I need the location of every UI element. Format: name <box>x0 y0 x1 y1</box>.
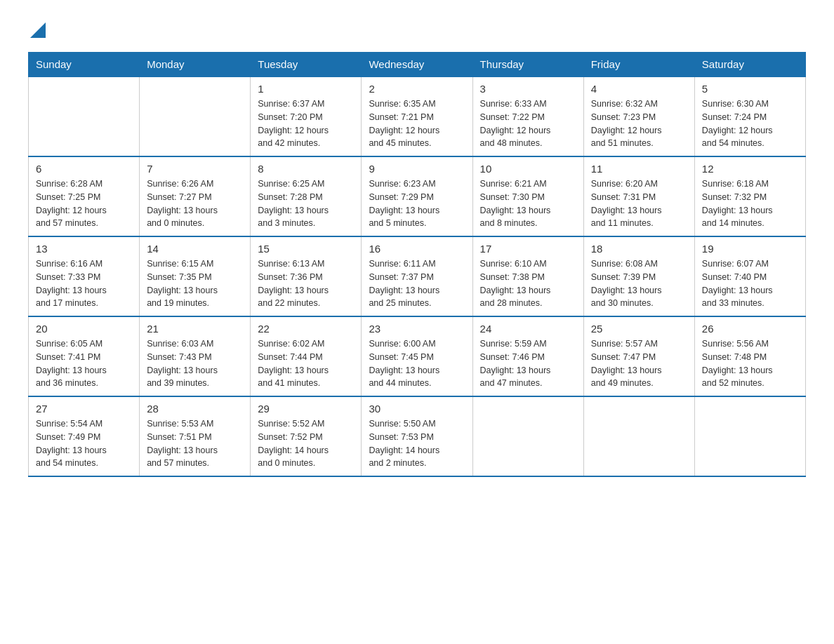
day-number: 2 <box>369 83 465 95</box>
calendar-cell: 9Sunrise: 6:23 AM Sunset: 7:29 PM Daylig… <box>362 156 472 236</box>
day-info: Sunrise: 5:53 AM Sunset: 7:51 PM Dayligh… <box>147 417 243 470</box>
day-number: 29 <box>258 403 354 415</box>
page-header <box>28 21 806 38</box>
day-number: 23 <box>369 323 465 335</box>
calendar-cell: 12Sunrise: 6:18 AM Sunset: 7:32 PM Dayli… <box>694 156 805 236</box>
day-number: 25 <box>591 323 687 335</box>
day-number: 20 <box>36 323 132 335</box>
calendar-cell: 25Sunrise: 5:57 AM Sunset: 7:47 PM Dayli… <box>583 316 694 396</box>
calendar-cell: 19Sunrise: 6:07 AM Sunset: 7:40 PM Dayli… <box>694 236 805 316</box>
calendar-cell: 10Sunrise: 6:21 AM Sunset: 7:30 PM Dayli… <box>472 156 583 236</box>
day-info: Sunrise: 5:52 AM Sunset: 7:52 PM Dayligh… <box>258 417 354 470</box>
svg-marker-0 <box>30 22 46 38</box>
calendar-cell: 13Sunrise: 6:16 AM Sunset: 7:33 PM Dayli… <box>29 236 140 316</box>
day-info: Sunrise: 6:16 AM Sunset: 7:33 PM Dayligh… <box>36 257 132 310</box>
calendar-cell: 23Sunrise: 6:00 AM Sunset: 7:45 PM Dayli… <box>362 316 472 396</box>
day-number: 7 <box>147 163 243 175</box>
day-number: 12 <box>702 163 798 175</box>
day-info: Sunrise: 6:02 AM Sunset: 7:44 PM Dayligh… <box>258 337 354 390</box>
weekday-header-tuesday: Tuesday <box>251 53 362 77</box>
day-info: Sunrise: 6:20 AM Sunset: 7:31 PM Dayligh… <box>591 177 687 230</box>
calendar-cell: 24Sunrise: 5:59 AM Sunset: 7:46 PM Dayli… <box>472 316 583 396</box>
calendar-cell: 28Sunrise: 5:53 AM Sunset: 7:51 PM Dayli… <box>140 396 251 476</box>
day-number: 16 <box>369 243 465 255</box>
day-info: Sunrise: 6:26 AM Sunset: 7:27 PM Dayligh… <box>147 177 243 230</box>
calendar-cell: 17Sunrise: 6:10 AM Sunset: 7:38 PM Dayli… <box>472 236 583 316</box>
day-info: Sunrise: 6:05 AM Sunset: 7:41 PM Dayligh… <box>36 337 132 390</box>
calendar-cell: 14Sunrise: 6:15 AM Sunset: 7:35 PM Dayli… <box>140 236 251 316</box>
weekday-header-wednesday: Wednesday <box>362 53 472 77</box>
calendar-week-row: 27Sunrise: 5:54 AM Sunset: 7:49 PM Dayli… <box>29 396 806 476</box>
day-info: Sunrise: 5:56 AM Sunset: 7:48 PM Dayligh… <box>702 337 798 390</box>
calendar-header-row: SundayMondayTuesdayWednesdayThursdayFrid… <box>29 53 806 77</box>
weekday-header-thursday: Thursday <box>472 53 583 77</box>
calendar-cell <box>29 76 140 156</box>
calendar-cell: 27Sunrise: 5:54 AM Sunset: 7:49 PM Dayli… <box>29 396 140 476</box>
day-info: Sunrise: 6:35 AM Sunset: 7:21 PM Dayligh… <box>369 98 465 150</box>
day-number: 24 <box>480 323 576 335</box>
calendar-cell: 15Sunrise: 6:13 AM Sunset: 7:36 PM Dayli… <box>251 236 362 316</box>
day-number: 30 <box>369 403 465 415</box>
calendar-cell: 7Sunrise: 6:26 AM Sunset: 7:27 PM Daylig… <box>140 156 251 236</box>
day-info: Sunrise: 6:07 AM Sunset: 7:40 PM Dayligh… <box>702 257 798 310</box>
day-info: Sunrise: 6:08 AM Sunset: 7:39 PM Dayligh… <box>591 257 687 310</box>
day-info: Sunrise: 5:57 AM Sunset: 7:47 PM Dayligh… <box>591 337 687 390</box>
calendar-cell: 26Sunrise: 5:56 AM Sunset: 7:48 PM Dayli… <box>694 316 805 396</box>
weekday-header-saturday: Saturday <box>694 53 805 77</box>
calendar-table: SundayMondayTuesdayWednesdayThursdayFrid… <box>28 52 806 477</box>
calendar-cell: 21Sunrise: 6:03 AM Sunset: 7:43 PM Dayli… <box>140 316 251 396</box>
day-number: 10 <box>480 163 576 175</box>
day-info: Sunrise: 5:54 AM Sunset: 7:49 PM Dayligh… <box>36 417 132 470</box>
day-info: Sunrise: 6:23 AM Sunset: 7:29 PM Dayligh… <box>369 177 465 230</box>
calendar-cell: 4Sunrise: 6:32 AM Sunset: 7:23 PM Daylig… <box>583 76 694 156</box>
day-info: Sunrise: 6:15 AM Sunset: 7:35 PM Dayligh… <box>147 257 243 310</box>
day-number: 13 <box>36 243 132 255</box>
logo <box>28 21 46 38</box>
day-info: Sunrise: 6:37 AM Sunset: 7:20 PM Dayligh… <box>258 98 354 150</box>
day-number: 5 <box>702 83 798 95</box>
day-info: Sunrise: 5:59 AM Sunset: 7:46 PM Dayligh… <box>480 337 576 390</box>
day-info: Sunrise: 6:03 AM Sunset: 7:43 PM Dayligh… <box>147 337 243 390</box>
calendar-week-row: 6Sunrise: 6:28 AM Sunset: 7:25 PM Daylig… <box>29 156 806 236</box>
calendar-cell <box>694 396 805 476</box>
calendar-cell: 30Sunrise: 5:50 AM Sunset: 7:53 PM Dayli… <box>362 396 472 476</box>
day-info: Sunrise: 6:10 AM Sunset: 7:38 PM Dayligh… <box>480 257 576 310</box>
weekday-header-sunday: Sunday <box>29 53 140 77</box>
day-info: Sunrise: 6:32 AM Sunset: 7:23 PM Dayligh… <box>591 98 687 150</box>
calendar-week-row: 20Sunrise: 6:05 AM Sunset: 7:41 PM Dayli… <box>29 316 806 396</box>
weekday-header-friday: Friday <box>583 53 694 77</box>
calendar-cell: 1Sunrise: 6:37 AM Sunset: 7:20 PM Daylig… <box>251 76 362 156</box>
day-number: 1 <box>258 83 354 95</box>
calendar-cell <box>583 396 694 476</box>
day-info: Sunrise: 6:00 AM Sunset: 7:45 PM Dayligh… <box>369 337 465 390</box>
calendar-cell: 8Sunrise: 6:25 AM Sunset: 7:28 PM Daylig… <box>251 156 362 236</box>
day-number: 15 <box>258 243 354 255</box>
logo-arrow-icon <box>30 22 46 38</box>
day-number: 19 <box>702 243 798 255</box>
calendar-cell: 16Sunrise: 6:11 AM Sunset: 7:37 PM Dayli… <box>362 236 472 316</box>
calendar-cell: 6Sunrise: 6:28 AM Sunset: 7:25 PM Daylig… <box>29 156 140 236</box>
calendar-cell: 3Sunrise: 6:33 AM Sunset: 7:22 PM Daylig… <box>472 76 583 156</box>
day-info: Sunrise: 6:21 AM Sunset: 7:30 PM Dayligh… <box>480 177 576 230</box>
day-number: 17 <box>480 243 576 255</box>
day-number: 22 <box>258 323 354 335</box>
calendar-cell: 5Sunrise: 6:30 AM Sunset: 7:24 PM Daylig… <box>694 76 805 156</box>
day-info: Sunrise: 6:13 AM Sunset: 7:36 PM Dayligh… <box>258 257 354 310</box>
day-number: 3 <box>480 83 576 95</box>
calendar-week-row: 1Sunrise: 6:37 AM Sunset: 7:20 PM Daylig… <box>29 76 806 156</box>
day-info: Sunrise: 6:30 AM Sunset: 7:24 PM Dayligh… <box>702 98 798 150</box>
day-number: 18 <box>591 243 687 255</box>
weekday-header-monday: Monday <box>140 53 251 77</box>
day-number: 14 <box>147 243 243 255</box>
day-number: 6 <box>36 163 132 175</box>
day-number: 4 <box>591 83 687 95</box>
day-number: 8 <box>258 163 354 175</box>
day-number: 28 <box>147 403 243 415</box>
day-number: 11 <box>591 163 687 175</box>
day-number: 27 <box>36 403 132 415</box>
calendar-cell <box>140 76 251 156</box>
calendar-cell: 11Sunrise: 6:20 AM Sunset: 7:31 PM Dayli… <box>583 156 694 236</box>
day-info: Sunrise: 6:25 AM Sunset: 7:28 PM Dayligh… <box>258 177 354 230</box>
day-info: Sunrise: 5:50 AM Sunset: 7:53 PM Dayligh… <box>369 417 465 470</box>
calendar-cell <box>472 396 583 476</box>
